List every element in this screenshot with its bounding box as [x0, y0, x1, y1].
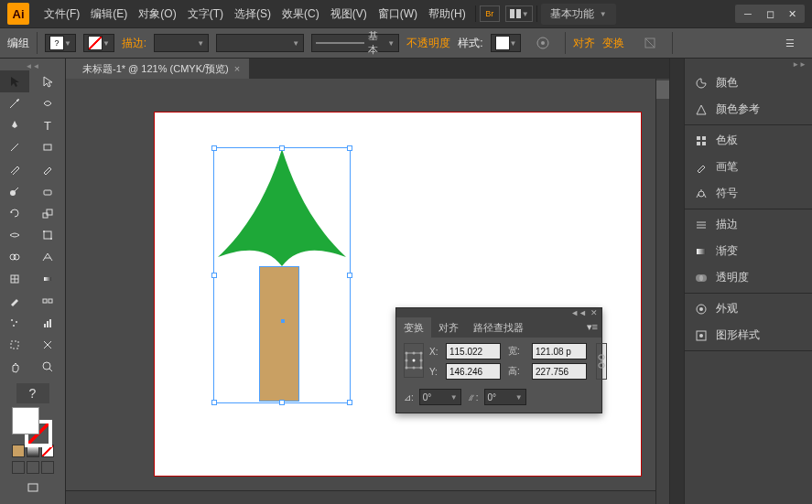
- scale-tool[interactable]: [33, 202, 62, 224]
- workspace-switcher[interactable]: 基本功能 ▼: [541, 4, 616, 25]
- color-mode-button[interactable]: [12, 445, 25, 457]
- panel-appearance[interactable]: 外观: [685, 295, 812, 322]
- lasso-tool[interactable]: [33, 92, 62, 114]
- toolbox-collapse-icon[interactable]: ◄◄: [26, 62, 40, 70]
- magic-wand-tool[interactable]: [0, 92, 29, 114]
- fill-stroke-control[interactable]: [12, 407, 54, 441]
- selection-tool[interactable]: [0, 70, 29, 92]
- transform-panel[interactable]: ◄◄ ✕ 变换 对齐 路径查找器 ▾≡: [395, 307, 602, 413]
- paintbrush-tool[interactable]: [0, 158, 29, 180]
- pathfinder-tab[interactable]: 路径查找器: [466, 317, 531, 338]
- panel-brushes[interactable]: 画笔: [685, 154, 812, 180]
- canvas[interactable]: ◄◄ ✕ 变换 对齐 路径查找器 ▾≡: [66, 79, 669, 504]
- close-button[interactable]: ✕: [781, 6, 803, 21]
- svg-rect-15: [44, 231, 51, 239]
- free-transform-tool[interactable]: [33, 224, 62, 246]
- isolate-button[interactable]: [635, 32, 665, 54]
- stroke-weight-input[interactable]: ▼: [154, 34, 209, 52]
- shape-builder-tool[interactable]: [0, 246, 29, 268]
- menu-select[interactable]: 选择(S): [229, 3, 276, 26]
- column-graph-tool[interactable]: [33, 312, 62, 334]
- menu-view[interactable]: 视图(V): [325, 3, 373, 26]
- rectangle-tool[interactable]: [33, 136, 62, 158]
- arrange-button[interactable]: ▼: [505, 5, 533, 22]
- panels-collapse-icon[interactable]: ►►: [792, 60, 807, 66]
- minimize-button[interactable]: ─: [737, 6, 759, 21]
- width-input[interactable]: [532, 343, 587, 359]
- gradient-tool[interactable]: [33, 268, 62, 290]
- constrain-proportions-button[interactable]: [596, 343, 607, 380]
- direct-selection-tool[interactable]: [33, 70, 62, 92]
- menu-edit[interactable]: 编辑(E): [85, 3, 133, 26]
- draw-normal-button[interactable]: [12, 461, 25, 474]
- rotate-tool[interactable]: [0, 202, 29, 224]
- angle-input[interactable]: 0°▼: [419, 389, 461, 405]
- brush-definition[interactable]: 基本 ▼: [311, 34, 399, 52]
- panel-color-guide[interactable]: 颜色参考: [685, 96, 812, 123]
- panel-close-icon[interactable]: ✕: [590, 308, 598, 317]
- draw-inside-button[interactable]: [41, 461, 54, 474]
- panel-swatches[interactable]: 色板: [685, 127, 812, 154]
- panel-collapse-icon[interactable]: ◄◄: [570, 308, 587, 317]
- panel-gradient[interactable]: 渐变: [685, 238, 812, 264]
- pen-tool[interactable]: [0, 114, 29, 136]
- selection-box[interactable]: [213, 147, 351, 403]
- panel-dock-strip[interactable]: [669, 59, 684, 504]
- menu-effect[interactable]: 效果(C): [276, 3, 325, 26]
- panel-transparency[interactable]: 透明度: [685, 264, 812, 291]
- opacity-label[interactable]: 不透明度: [406, 36, 450, 51]
- menu-file[interactable]: 文件(F): [38, 3, 85, 26]
- variable-width-profile[interactable]: ▼: [216, 34, 304, 52]
- svg-point-17: [50, 238, 52, 240]
- menu-window[interactable]: 窗口(W): [373, 3, 423, 26]
- width-tool[interactable]: [0, 224, 29, 246]
- eyedropper-tool[interactable]: [0, 290, 29, 312]
- height-input[interactable]: [532, 363, 587, 380]
- screen-mode-button[interactable]: [18, 479, 48, 497]
- zoom-tool[interactable]: [33, 356, 62, 378]
- menu-text[interactable]: 文字(T): [182, 3, 229, 26]
- pencil-tool[interactable]: [33, 158, 62, 180]
- eraser-tool[interactable]: [33, 180, 62, 202]
- blob-brush-tool[interactable]: [0, 180, 29, 202]
- y-input[interactable]: [446, 363, 501, 380]
- options-menu-button[interactable]: ☰: [775, 32, 805, 54]
- panel-color[interactable]: 颜色: [685, 70, 812, 96]
- panel-graphic-styles[interactable]: 图形样式: [685, 322, 812, 349]
- symbol-sprayer-tool[interactable]: [0, 312, 29, 334]
- shear-input[interactable]: 0°▼: [484, 389, 526, 405]
- hand-tool[interactable]: [0, 356, 29, 378]
- vertical-scrollbar[interactable]: [655, 79, 669, 504]
- slice-tool[interactable]: [33, 334, 62, 356]
- menu-object[interactable]: 对象(O): [133, 3, 181, 26]
- align-tab[interactable]: 对齐: [431, 317, 466, 338]
- stroke-dropdown[interactable]: ▼: [83, 34, 114, 52]
- mesh-tool[interactable]: [0, 268, 29, 290]
- tool-help[interactable]: ?: [16, 383, 49, 403]
- menu-help[interactable]: 帮助(H): [423, 3, 471, 26]
- panel-symbols[interactable]: 符号: [685, 180, 812, 207]
- type-tool[interactable]: T: [33, 114, 62, 136]
- reference-point-icon[interactable]: [404, 343, 424, 378]
- line-tool[interactable]: [0, 136, 29, 158]
- transform-tab[interactable]: 变换: [396, 317, 431, 338]
- maximize-button[interactable]: ◻: [759, 6, 781, 21]
- align-label[interactable]: 对齐: [573, 36, 595, 51]
- fill-swatch[interactable]: [12, 407, 39, 434]
- svg-rect-12: [44, 190, 51, 195]
- blend-tool[interactable]: [33, 290, 62, 312]
- draw-behind-button[interactable]: [27, 461, 39, 474]
- style-dropdown[interactable]: ▼: [491, 34, 522, 52]
- fill-dropdown[interactable]: ?▼: [45, 34, 76, 52]
- horizontal-scrollbar[interactable]: [66, 490, 655, 504]
- tab-close-icon[interactable]: ×: [234, 63, 240, 74]
- document-tab[interactable]: 未标题-1* @ 121% (CMYK/预览) ×: [73, 59, 249, 79]
- transform-label[interactable]: 变换: [602, 36, 624, 51]
- panel-menu-icon[interactable]: ▾≡: [583, 317, 601, 338]
- artboard-tool[interactable]: [0, 334, 29, 356]
- bridge-button[interactable]: Br: [480, 5, 500, 22]
- panel-stroke[interactable]: 描边: [685, 211, 812, 238]
- recolor-button[interactable]: [528, 32, 558, 54]
- x-input[interactable]: [446, 343, 501, 359]
- perspective-grid-tool[interactable]: [33, 246, 62, 268]
